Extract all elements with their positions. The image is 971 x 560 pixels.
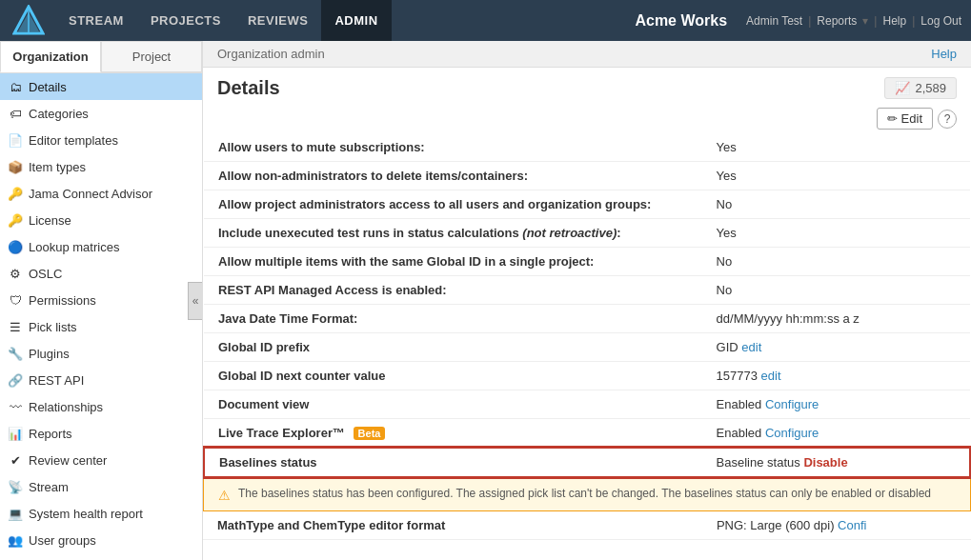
nav-admin[interactable]: ADMIN — [321, 0, 391, 41]
sidebar: Organization Project 🗂 Details 🏷 Categor… — [0, 41, 203, 560]
row-value: No — [702, 190, 970, 219]
reports-icon: 📊 — [8, 426, 23, 441]
sidebar-tabs: Organization Project — [0, 41, 202, 73]
row-value: GID edit — [702, 333, 970, 362]
document-view-configure-link[interactable]: Configure — [765, 397, 819, 411]
sidebar-item-reports[interactable]: 📊 Reports — [0, 420, 202, 447]
sidebar-item-lookup-matrices[interactable]: 🔵 Lookup matrices — [0, 233, 202, 260]
details-table-mathtype: MathType and ChemType editor format PNG:… — [203, 511, 971, 540]
item-types-icon: 📦 — [8, 159, 23, 174]
nav-reviews[interactable]: REVIEWS — [234, 0, 321, 41]
sidebar-item-review-center[interactable]: ✔ Review center — [0, 447, 202, 473]
sidebar-item-jama-connect-advisor[interactable]: 🔑 Jama Connect Advisor — [0, 180, 202, 207]
row-label: Allow project administrators access to a… — [204, 190, 702, 219]
sidebar-item-pick-lists[interactable]: ☰ Pick lists — [0, 313, 202, 340]
sidebar-item-label: Lookup matrices — [29, 240, 119, 254]
help-link-top[interactable]: Help — [931, 47, 957, 61]
row-value: dd/MM/yyyy hh:mm:ss a z — [702, 305, 970, 333]
top-right-links: Admin Test | Reports ▾ | Help | Log Out — [746, 14, 961, 28]
row-value: Yes — [702, 219, 970, 248]
sidebar-item-relationships[interactable]: 〰 Relationships — [0, 393, 202, 420]
nav-projects[interactable]: PROJECTS — [137, 0, 234, 41]
row-label: Global ID prefix — [204, 333, 702, 362]
sidebar-item-label: Pick lists — [29, 320, 77, 334]
user-link[interactable]: Admin Test — [746, 14, 802, 28]
sidebar-item-label: Relationships — [29, 400, 103, 414]
global-id-prefix-edit-link[interactable]: edit — [741, 340, 761, 354]
row-label: Allow non-administrators to delete items… — [204, 162, 702, 190]
live-trace-configure-link[interactable]: Configure — [765, 426, 819, 440]
sidebar-item-label: Permissions — [29, 293, 96, 308]
row-value: Yes — [702, 133, 970, 162]
beta-badge: Beta — [354, 427, 386, 440]
sidebar-item-label: License — [29, 213, 71, 228]
edit-button[interactable]: ✏ Edit — [877, 108, 933, 130]
baselines-disable-link[interactable]: Disable — [803, 455, 847, 470]
sidebar-item-rest-api[interactable]: 🔗 REST API — [0, 367, 202, 393]
pick-lists-icon: ☰ — [8, 319, 23, 334]
table-row: Allow multiple items with the same Globa… — [204, 248, 970, 276]
warning-text: The baselines status has been configured… — [238, 487, 931, 500]
categories-icon: 🏷 — [8, 106, 23, 121]
sidebar-collapse-button[interactable]: « — [188, 282, 203, 320]
help-icon-button[interactable]: ? — [938, 110, 957, 129]
row-label: Java Date Time Format: — [204, 305, 702, 333]
global-id-counter-edit-link[interactable]: edit — [761, 369, 781, 383]
sidebar-item-permissions[interactable]: 🛡 Permissions — [0, 287, 202, 313]
table-row: Global ID prefix GID edit — [204, 333, 970, 362]
user-groups-icon: 👥 — [8, 532, 23, 548]
relationships-icon: 〰 — [8, 399, 23, 414]
sidebar-item-system-health-report[interactable]: 💻 System health report — [0, 500, 202, 527]
reports-link[interactable]: Reports — [817, 14, 857, 28]
row-label: Include unexecuted test runs in status c… — [204, 219, 702, 248]
tab-organization[interactable]: Organization — [0, 41, 101, 72]
table-row: Allow project administrators access to a… — [204, 190, 970, 219]
sidebar-item-license[interactable]: 🔑 License — [0, 207, 202, 233]
row-value: No — [702, 248, 970, 276]
content-header: Details 📈 2,589 — [203, 68, 971, 104]
table-row: REST API Managed Access is enabled: No — [204, 276, 970, 305]
sidebar-item-label: OSLC — [29, 267, 62, 281]
system-health-icon: 💻 — [8, 506, 23, 521]
editor-templates-icon: 📄 — [8, 132, 23, 148]
counter-icon: 📈 — [895, 81, 910, 95]
app-logo[interactable] — [10, 2, 48, 40]
sidebar-item-label: Details — [29, 80, 67, 94]
italic-note: (not retroactive) — [522, 226, 617, 240]
rest-api-icon: 🔗 — [8, 372, 23, 388]
help-link[interactable]: Help — [882, 14, 906, 28]
row-label: Document view — [204, 390, 702, 419]
jama-advisor-icon: 🔑 — [8, 186, 23, 201]
sidebar-item-categories[interactable]: 🏷 Categories — [0, 100, 202, 127]
sidebar-item-item-types[interactable]: 📦 Item types — [0, 153, 202, 180]
sidebar-item-label: System health report — [29, 507, 143, 521]
sidebar-item-editor-templates[interactable]: 📄 Editor templates — [0, 127, 202, 153]
nav-stream[interactable]: STREAM — [55, 0, 137, 41]
row-value: No — [702, 276, 970, 305]
breadcrumb: Organization admin — [217, 47, 325, 61]
sidebar-item-user-groups[interactable]: 👥 User groups — [0, 527, 202, 553]
breadcrumb-bar: Organization admin Help — [203, 41, 971, 68]
sidebar-item-label: User groups — [29, 533, 96, 548]
sidebar-item-label: Review center — [29, 453, 107, 468]
mathtype-configure-link[interactable]: Confi — [838, 518, 866, 532]
row-label: Allow multiple items with the same Globa… — [204, 248, 702, 276]
table-row: Allow users to mute subscriptions: Yes — [204, 133, 970, 162]
counter-badge: 📈 2,589 — [884, 77, 957, 99]
table-row-baselines: Baselines status Baseline status Disable — [204, 448, 970, 477]
row-value: 157773 edit — [702, 362, 970, 390]
content-area: Details 📈 2,589 ✏ Edit ? Allow users to … — [203, 68, 971, 560]
permissions-icon: 🛡 — [8, 292, 23, 308]
sidebar-item-plugins[interactable]: 🔧 Plugins — [0, 340, 202, 367]
sidebar-item-users[interactable]: 👤 Users — [0, 553, 202, 560]
sidebar-item-stream[interactable]: 📡 Stream — [0, 473, 202, 500]
tab-project[interactable]: Project — [101, 41, 202, 72]
edit-bar: ✏ Edit ? — [203, 104, 971, 133]
sidebar-item-details[interactable]: 🗂 Details — [0, 73, 202, 100]
table-row: Global ID next counter value 157773 edit — [204, 362, 970, 390]
sidebar-item-oslc[interactable]: ⚙ OSLC — [0, 260, 202, 287]
logout-link[interactable]: Log Out — [920, 14, 961, 28]
row-label: REST API Managed Access is enabled: — [204, 276, 702, 305]
sidebar-item-label: Editor templates — [29, 133, 118, 148]
sidebar-items: 🗂 Details 🏷 Categories 📄 Editor template… — [0, 73, 202, 560]
